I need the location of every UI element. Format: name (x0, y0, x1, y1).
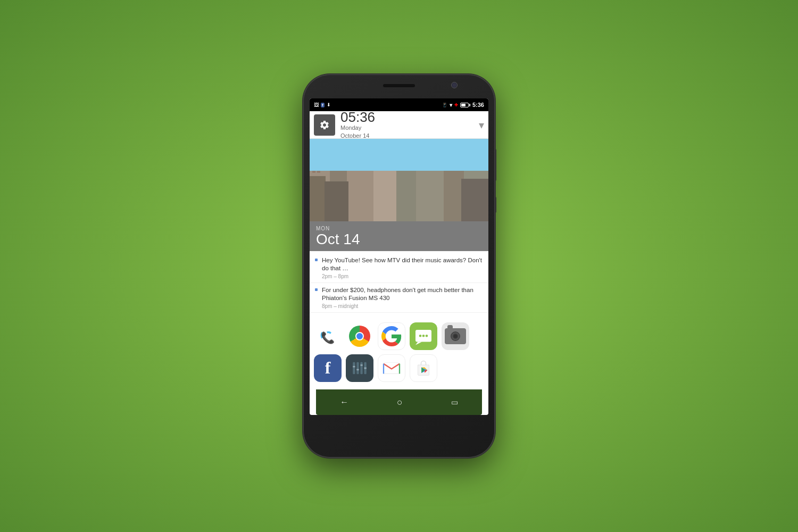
google-app-icon[interactable] (378, 322, 405, 350)
phone-screen: 🖼 f ⬇ 📱 ▾ ✚ 5:36 (310, 98, 488, 415)
swiss-icon: ✚ (454, 103, 458, 107)
svg-rect-20 (310, 176, 326, 221)
wifi-icon: ▾ (450, 102, 452, 108)
event-color-bar-1 (315, 259, 318, 261)
sim-icon: 📱 (442, 103, 447, 107)
status-time: 5:36 (472, 102, 484, 108)
navigation-bar: ← ○ ▭ (316, 389, 482, 415)
power-button[interactable] (495, 197, 496, 213)
gmail-icon (382, 359, 401, 378)
status-right: 📱 ▾ ✚ 5:36 (442, 102, 484, 108)
app-grid: 📞 (310, 317, 488, 392)
svg-point-28 (426, 335, 428, 337)
calendar-date: Oct 14 (316, 231, 482, 248)
svg-rect-37 (384, 362, 400, 373)
notif-time-block: 05:36 Monday October 14 (340, 110, 479, 139)
svg-rect-30 (353, 365, 355, 367)
image-status-icon: 🖼 (314, 102, 319, 107)
back-button[interactable]: ← (340, 397, 348, 407)
event-content-1: Hey YouTube! See how MTV did their music… (322, 256, 482, 279)
expand-chevron-icon[interactable]: ▾ (479, 119, 484, 131)
event-title-1: Hey YouTube! See how MTV did their music… (322, 256, 482, 272)
city-image (310, 139, 488, 221)
messenger-app-icon[interactable] (410, 322, 437, 350)
svg-rect-15 (317, 171, 320, 173)
gear-icon (319, 120, 330, 130)
svg-marker-25 (415, 342, 422, 345)
phone-body: 🖼 f ⬇ 📱 ▾ ✚ 5:36 (303, 74, 495, 458)
recents-button[interactable]: ▭ (451, 398, 458, 406)
app-row-2: f (314, 354, 484, 382)
event-time-2: 8pm – midnight (322, 303, 482, 309)
equalizer-icon (351, 359, 369, 377)
event-title-2: For under $200, headphones don't get muc… (322, 286, 482, 302)
event-item-2[interactable]: For under $200, headphones don't get muc… (310, 283, 488, 313)
messenger-icon (414, 327, 433, 346)
event-item-1[interactable]: Hey YouTube! See how MTV did their music… (310, 253, 488, 283)
svg-rect-32 (356, 369, 359, 370)
status-bar: 🖼 f ⬇ 📱 ▾ ✚ 5:36 (310, 98, 488, 111)
svg-rect-33 (360, 362, 362, 374)
settings-gear-button[interactable] (314, 114, 335, 136)
facebook-status-icon: f (321, 103, 325, 107)
facebook-app-icon[interactable]: f (314, 354, 342, 382)
gmail-app-icon[interactable] (378, 354, 405, 382)
svg-rect-22 (461, 179, 488, 221)
facebook-icon: f (325, 358, 331, 378)
svg-rect-14 (312, 171, 315, 173)
play-store-icon (414, 359, 433, 378)
download-status-icon: ⬇ (327, 102, 331, 107)
svg-point-27 (422, 335, 425, 337)
chrome-circle-icon (349, 326, 370, 347)
svg-rect-34 (360, 364, 362, 365)
svg-rect-21 (325, 181, 348, 221)
event-color-bar-2 (315, 288, 318, 291)
sky-background (310, 139, 488, 171)
phone-camera (451, 82, 458, 88)
svg-rect-36 (364, 367, 367, 369)
home-button[interactable]: ○ (397, 397, 403, 408)
play-store-app-icon[interactable] (410, 354, 437, 382)
battery-icon (460, 103, 470, 107)
notif-date: Monday October 14 (340, 124, 479, 139)
phone-speaker (383, 84, 415, 87)
calendar-events: Hey YouTube! See how MTV did their music… (310, 251, 488, 315)
notification-bar[interactable]: 05:36 Monday October 14 ▾ (310, 111, 488, 139)
chrome-app-icon[interactable] (346, 322, 373, 350)
svg-rect-8 (396, 165, 418, 221)
event-content-2: For under $200, headphones don't get muc… (322, 286, 482, 309)
status-icons-left: 🖼 f ⬇ (314, 102, 331, 107)
calendar-header: MON Oct 14 (310, 221, 488, 251)
app-row-1: 📞 (314, 322, 484, 350)
svg-rect-31 (356, 362, 359, 374)
phone-app-icon[interactable]: 📞 (314, 322, 342, 350)
notif-time: 05:36 (340, 110, 479, 124)
phone-icon: 📞 (315, 324, 340, 348)
event-time-1: 2pm – 8pm (322, 273, 482, 279)
google-icon (381, 326, 402, 346)
camera-icon (445, 328, 466, 344)
phone-device: 🖼 f ⬇ 📱 ▾ ✚ 5:36 (303, 74, 495, 458)
volume-button[interactable] (495, 149, 496, 181)
chrome-inner-icon (355, 332, 364, 340)
calendar-widget: MON Oct 14 Hey YouTube! See how MTV did … (310, 221, 488, 315)
camera-app-icon[interactable] (442, 322, 469, 350)
svg-text:📞: 📞 (321, 331, 335, 345)
svg-rect-29 (353, 362, 355, 374)
equalizer-app-icon[interactable] (346, 354, 373, 382)
svg-point-26 (419, 335, 422, 337)
